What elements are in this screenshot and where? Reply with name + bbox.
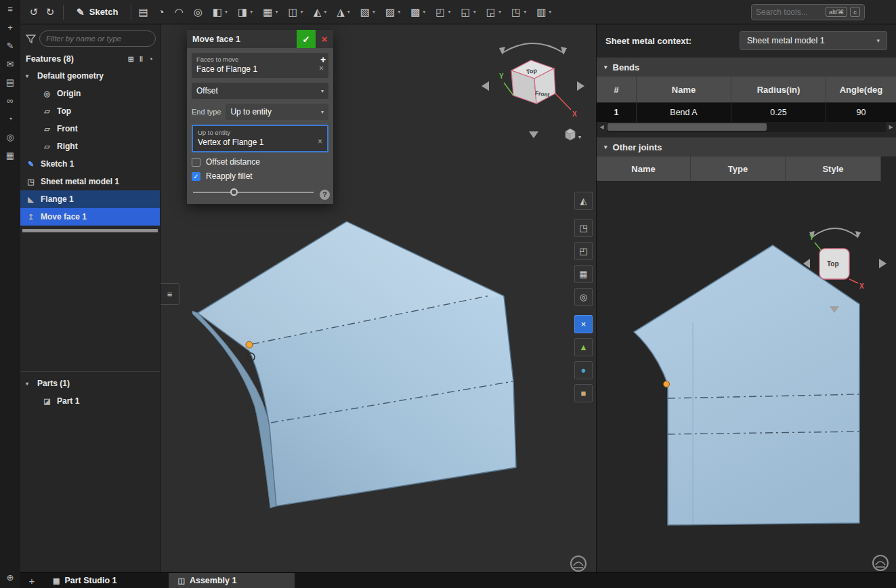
rotate-right-arrowhead-icon[interactable] (855, 231, 861, 238)
flat-pattern-view[interactable]: Top Y X (597, 183, 896, 572)
chevron-down-icon[interactable]: ▾ (26, 381, 33, 387)
up-to-entity-field[interactable]: Up to entity Vertex of Flange 1 × (192, 125, 328, 152)
section-view-icon[interactable]: ◭ (574, 192, 593, 210)
chevron-down-icon[interactable]: ▾ (275, 9, 278, 15)
tree-item-move-face1[interactable]: ↥ Move face 1 (20, 208, 160, 226)
material-cube-icon[interactable]: ■ (574, 384, 593, 402)
offset-distance-option[interactable]: Offset distance (192, 157, 328, 167)
help-button[interactable]: ? (320, 190, 330, 200)
bends-section-header[interactable]: ▾ Bends (597, 57, 896, 77)
view-cube[interactable]: Top Front Y X ▾ (482, 43, 584, 140)
rotate-left-icon[interactable] (482, 81, 489, 91)
other-joints-section-header[interactable]: ▾ Other joints (597, 137, 896, 156)
tool-modify-button[interactable]: ◳▾ (509, 3, 528, 22)
tree-item-flange1[interactable]: ◣ Flange 1 (20, 190, 160, 208)
bend-index-cell[interactable]: 1 (597, 103, 637, 122)
tree-item-sketch1[interactable]: ✎ Sketch 1 (20, 155, 160, 173)
comments-icon[interactable]: ✉ (0, 55, 20, 73)
slider-track[interactable] (193, 192, 314, 193)
group-parts[interactable]: ▾ Parts (1) (20, 375, 160, 392)
tool-split-button[interactable]: ◱▾ (459, 3, 478, 22)
reapply-fillet-option[interactable]: ✓ Reapply fillet (192, 171, 328, 181)
rollback-history-icon[interactable]: ◔ (148, 55, 153, 63)
tool-rip-button[interactable]: ◮▾ (335, 3, 352, 22)
search-tools-box[interactable]: alt/⌘ c (751, 4, 865, 20)
chevron-down-icon[interactable]: ▾ (301, 9, 303, 15)
group-default-geometry[interactable]: ▾ Default geometry (20, 67, 160, 85)
rotate-right-icon[interactable] (577, 81, 584, 91)
tool-paste-button[interactable]: ▤ (136, 3, 150, 22)
reapply-fillet-checkbox[interactable]: ✓ (192, 172, 200, 181)
selected-vertex-marker[interactable] (246, 341, 253, 348)
tool-pattern-button[interactable]: ▩▾ (408, 3, 427, 22)
chevron-down-icon[interactable]: ▾ (473, 9, 476, 15)
rollback-bar[interactable] (22, 229, 158, 232)
chevron-down-icon[interactable]: ▾ (398, 9, 400, 15)
bend-name-cell[interactable]: Bend A (637, 103, 731, 122)
view-orientation-icon[interactable]: ◳ (574, 219, 593, 237)
rotate-down-icon[interactable] (529, 131, 538, 138)
annotate-icon[interactable]: ✎ (0, 37, 20, 55)
slider-knob[interactable] (230, 188, 238, 196)
tree-item-right-plane[interactable]: ▱ Right (20, 138, 160, 155)
chevron-down-icon[interactable]: ▾ (524, 9, 526, 15)
end-type-select[interactable]: Up to entity ▾ (226, 104, 328, 120)
sheet-metal-context-select[interactable]: Sheet metal model 1 ▾ (740, 31, 887, 50)
feature-list-flyout-button[interactable]: ≡ (161, 283, 179, 305)
shaded-with-edges-icon[interactable]: ▦ (574, 265, 593, 283)
isometric-cube-icon[interactable]: ▾ (566, 129, 581, 140)
tool-corner-button[interactable]: ◭▾ (312, 3, 329, 22)
filter-input[interactable] (39, 30, 156, 47)
sketch-button[interactable]: ✎ Sketch (68, 3, 126, 22)
redo-button[interactable]: ↻ (42, 3, 58, 21)
tree-item-sheet-metal-model[interactable]: ◳ Sheet metal model 1 (20, 173, 160, 190)
flat-vertex-marker[interactable] (664, 381, 670, 387)
bend-radius-cell[interactable]: 0.25 (731, 103, 826, 122)
chevron-down-icon[interactable]: ▾ (250, 9, 253, 15)
rotate-right-arrowhead-icon[interactable] (561, 47, 567, 55)
tree-item-origin[interactable]: ◎ Origin (20, 85, 160, 102)
tool-composite-button[interactable]: ◎ (192, 3, 205, 22)
tool-bend-button[interactable]: ◫▾ (286, 3, 305, 22)
chevron-down-icon[interactable]: ▾ (26, 73, 33, 79)
chevron-down-icon[interactable]: ▾ (324, 9, 326, 15)
cancel-button[interactable]: × (316, 30, 333, 48)
tool-tab-button[interactable]: ▦▾ (261, 3, 280, 22)
history-icon[interactable]: ◔ (0, 110, 20, 128)
render-triangle-icon[interactable]: ▲ (574, 338, 593, 356)
rotate-arc-icon[interactable] (812, 228, 858, 237)
tool-measure-button[interactable]: ▥▾ (534, 3, 553, 22)
tool-hem-button[interactable]: ◨▾ (236, 3, 255, 22)
feature-list-options-icon[interactable]: ⊞ (128, 55, 134, 64)
bend-angle-cell[interactable]: 90 (826, 103, 896, 122)
close-overlay-icon[interactable]: × (574, 315, 593, 333)
tool-flange-button[interactable]: ◧▾ (211, 3, 230, 22)
chevron-down-icon[interactable]: ▾ (549, 9, 551, 15)
scroll-left-icon[interactable]: ◀ (597, 122, 607, 132)
orientation-compass-icon[interactable] (873, 555, 888, 570)
perspective-icon[interactable]: ◎ (574, 288, 593, 306)
tool-mirror-button[interactable]: ◰▾ (433, 3, 452, 22)
view-cube-mode-icon[interactable]: ◰ (574, 242, 593, 260)
tree-item-part1[interactable]: ◪ Part 1 (20, 392, 160, 410)
tab-assembly[interactable]: ◫ Assembly 1 (169, 573, 295, 588)
orientation-compass-icon[interactable] (571, 556, 586, 571)
chevron-down-icon[interactable]: ▾ (498, 9, 501, 15)
rotate-left-arrowhead-icon[interactable] (499, 47, 505, 55)
tree-item-top-plane[interactable]: ▱ Top (20, 102, 160, 120)
chevron-down-icon[interactable]: ▾ (423, 9, 425, 15)
notes-icon[interactable]: ▤ (0, 73, 20, 91)
opacity-slider[interactable] (193, 186, 314, 198)
earth-view-icon[interactable]: ● (574, 361, 593, 379)
tree-item-front-plane[interactable]: ▱ Front (20, 120, 160, 138)
tab-part-studio[interactable]: ▦ Part Studio 1 (43, 573, 127, 588)
clear-selection-icon[interactable]: × (319, 64, 324, 73)
rotate-right-icon[interactable] (879, 259, 887, 268)
search-tools-input[interactable] (756, 7, 823, 17)
insert-new-icon[interactable]: + (0, 18, 20, 37)
bends-table-row[interactable]: 1 Bend A 0.25 90 (597, 103, 896, 122)
feature-list-icon[interactable]: ≡ (0, 0, 20, 18)
tool-hole-button[interactable]: ▨▾ (383, 3, 402, 22)
scroll-right-icon[interactable]: ▶ (886, 122, 896, 132)
zoom-search-icon[interactable]: ⊕ (0, 568, 20, 587)
